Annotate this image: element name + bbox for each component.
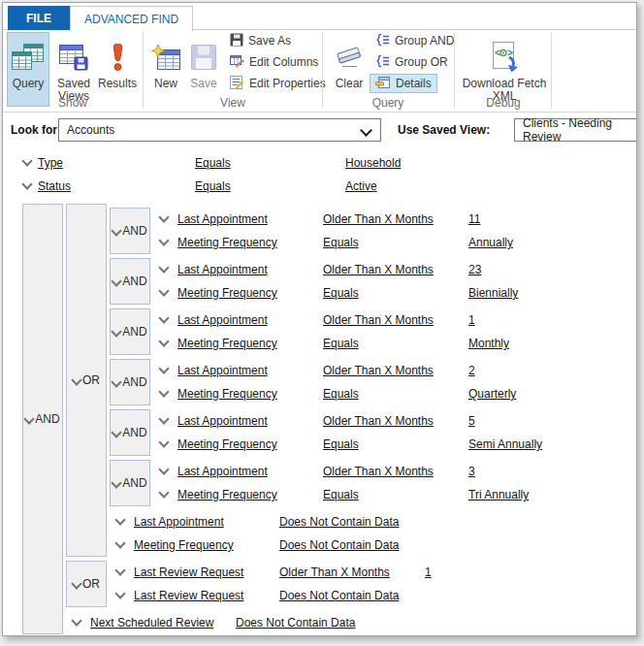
value-link[interactable]: 23 — [468, 263, 481, 276]
field-link[interactable]: Next Scheduled Review — [90, 616, 213, 630]
field-link[interactable]: Meeting Frequency — [177, 437, 277, 451]
chevron-down-icon — [360, 124, 372, 137]
operator-link[interactable]: Does Not Contain Data — [279, 538, 399, 552]
and-group-label[interactable]: AND — [110, 409, 150, 456]
chevron-down-icon[interactable] — [160, 241, 177, 244]
tab-file[interactable]: FILE — [8, 6, 70, 30]
and-group-label[interactable]: AND — [110, 359, 150, 405]
chevron-down-icon[interactable] — [116, 543, 134, 547]
chevron-down-icon[interactable] — [160, 469, 177, 473]
value-link[interactable]: Semi Annually — [468, 437, 542, 451]
value-link[interactable]: 5 — [468, 414, 475, 428]
field-link[interactable]: Meeting Frequency — [177, 286, 277, 300]
use-saved-view-select[interactable]: Clients - Needing Review — [514, 118, 637, 142]
and-group-label[interactable]: AND — [110, 308, 150, 355]
edit-properties-button[interactable]: Edit Properties — [224, 74, 332, 93]
operator-link[interactable]: Older Than X Months — [323, 414, 434, 428]
and-group-label[interactable]: AND — [110, 258, 150, 305]
field-link[interactable]: Meeting Frequency — [177, 387, 277, 401]
value-link[interactable]: Active — [345, 179, 377, 193]
field-link[interactable]: Last Appointment — [177, 212, 268, 226]
value-link[interactable]: 3 — [468, 465, 475, 478]
field-link[interactable]: Last Appointment — [177, 364, 268, 377]
look-for-value: Accounts — [67, 123, 114, 137]
details-button[interactable]: Details — [370, 74, 437, 93]
value-link[interactable]: Annually — [468, 236, 513, 249]
field-link[interactable]: Status — [38, 179, 71, 193]
and-group-label[interactable]: AND — [22, 204, 63, 634]
value-link[interactable]: Quarterly — [468, 387, 516, 401]
field-link[interactable]: Last Review Request — [134, 589, 243, 602]
tab-advanced-find[interactable]: ADVANCED FIND — [70, 6, 193, 32]
chevron-down-icon[interactable] — [116, 570, 134, 574]
criteria-row: Last Review Request Does Not Contain Dat… — [110, 584, 636, 607]
field-link[interactable]: Last Review Request — [134, 565, 243, 579]
chevron-down-icon[interactable] — [23, 161, 38, 165]
query-button-label: Query — [13, 78, 45, 90]
chevron-down-icon[interactable] — [160, 442, 177, 446]
operator-link[interactable]: Does Not Contain Data — [279, 589, 399, 602]
operator-link[interactable]: Equals — [195, 179, 231, 193]
field-link[interactable]: Last Appointment — [177, 414, 268, 428]
chevron-down-icon[interactable] — [73, 621, 90, 625]
field-link[interactable]: Last Appointment — [177, 263, 268, 276]
operator-link[interactable]: Does Not Contain Data — [279, 515, 399, 529]
group-or-icon — [375, 54, 390, 71]
operator-link[interactable]: Equals — [323, 387, 359, 401]
criteria-row: Meeting Frequency Equals Tri Annually — [153, 483, 636, 506]
value-link[interactable]: Household — [345, 156, 401, 170]
edit-columns-button[interactable]: Edit Columns — [224, 52, 324, 72]
field-link[interactable]: Last Appointment — [134, 515, 224, 529]
operator-link[interactable]: Older Than X Months — [323, 263, 434, 276]
chevron-down-icon[interactable] — [160, 291, 177, 295]
operator-link[interactable]: Equals — [323, 337, 359, 350]
criteria-row: Meeting Frequency Equals Monthly — [153, 332, 636, 355]
operator-link[interactable]: Equals — [323, 488, 359, 501]
operator-link[interactable]: Equals — [195, 156, 231, 170]
chevron-down-icon[interactable] — [160, 318, 177, 322]
chevron-down-icon[interactable] — [160, 369, 177, 372]
value-link[interactable]: 11 — [468, 212, 480, 226]
operator-link[interactable]: Does Not Contain Data — [236, 616, 355, 630]
save-as-button[interactable]: Save As — [224, 31, 297, 50]
field-link[interactable]: Meeting Frequency — [134, 538, 234, 552]
value-link[interactable]: Tri Annually — [468, 488, 529, 501]
field-link[interactable]: Last Appointment — [177, 465, 268, 478]
look-for-select[interactable]: Accounts — [58, 118, 381, 142]
chevron-down-icon[interactable] — [23, 184, 38, 188]
chevron-down-icon[interactable] — [160, 419, 177, 423]
chevron-down-icon[interactable] — [160, 268, 177, 272]
value-link[interactable]: 1 — [425, 565, 432, 579]
operator-link[interactable]: Older Than X Months — [323, 313, 434, 327]
operator-link[interactable]: Equals — [323, 236, 359, 249]
operator-link[interactable]: Older Than X Months — [279, 565, 390, 579]
and-group-label[interactable]: AND — [110, 208, 150, 254]
or-group-label[interactable]: OR — [66, 561, 107, 607]
value-link[interactable]: 1 — [468, 313, 475, 327]
details-icon — [375, 76, 391, 92]
operator-link[interactable]: Equals — [323, 286, 359, 300]
field-link[interactable]: Meeting Frequency — [177, 337, 277, 350]
and-group-label[interactable]: AND — [110, 460, 150, 506]
chevron-down-icon[interactable] — [116, 594, 134, 598]
group-or-button[interactable]: Group OR — [370, 52, 454, 72]
field-link[interactable]: Last Appointment — [177, 313, 268, 327]
operator-link[interactable]: Older Than X Months — [323, 465, 434, 478]
operator-link[interactable]: Older Than X Months — [323, 212, 434, 226]
operator-link[interactable]: Older Than X Months — [323, 364, 434, 377]
value-link[interactable]: Monthly — [468, 337, 509, 350]
criteria-row: Meeting Frequency Equals Quarterly — [153, 382, 636, 405]
chevron-down-icon[interactable] — [116, 520, 134, 524]
group-and-button[interactable]: Group AND — [370, 31, 460, 50]
or-group-label[interactable]: OR — [66, 204, 107, 557]
field-link[interactable]: Meeting Frequency — [177, 488, 277, 501]
operator-link[interactable]: Equals — [323, 437, 359, 451]
field-link[interactable]: Type — [38, 156, 63, 170]
chevron-down-icon[interactable] — [160, 493, 177, 497]
value-link[interactable]: Biennially — [468, 286, 518, 300]
chevron-down-icon[interactable] — [160, 341, 177, 345]
value-link[interactable]: 2 — [468, 364, 475, 377]
chevron-down-icon[interactable] — [160, 217, 177, 221]
field-link[interactable]: Meeting Frequency — [177, 236, 277, 249]
chevron-down-icon[interactable] — [160, 392, 177, 396]
